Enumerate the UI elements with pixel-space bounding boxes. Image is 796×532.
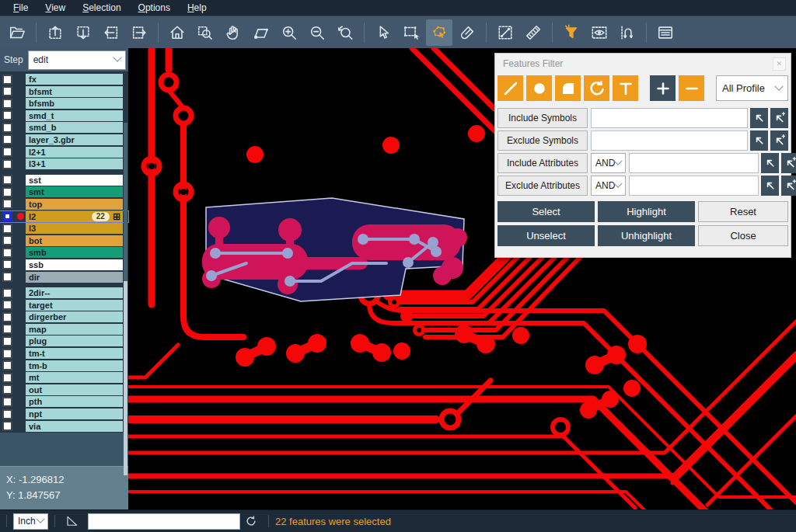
layer-active-indicator[interactable] bbox=[16, 336, 26, 346]
layer-visibility-checkbox[interactable] bbox=[2, 300, 12, 310]
layer-active-indicator[interactable] bbox=[16, 86, 26, 97]
zoom-window-button[interactable] bbox=[192, 19, 218, 46]
layer-visibility-checkbox[interactable] bbox=[2, 99, 12, 109]
filter-line-button[interactable] bbox=[498, 75, 523, 101]
menu-item[interactable]: Selection bbox=[74, 0, 129, 16]
layer-row[interactable]: 2dir-- ⊞ bbox=[0, 287, 128, 298]
layer-visibility-checkbox[interactable] bbox=[2, 134, 12, 144]
layer-visibility-checkbox[interactable] bbox=[2, 75, 12, 85]
layer-row[interactable]: fx ⊞ bbox=[0, 74, 128, 85]
home-view-button[interactable] bbox=[164, 19, 190, 46]
view-options-button[interactable] bbox=[586, 19, 613, 46]
layer-active-indicator[interactable] bbox=[16, 360, 26, 371]
layer-visibility-checkbox[interactable] bbox=[2, 159, 12, 169]
layer-active-indicator[interactable] bbox=[16, 348, 26, 359]
layer-row[interactable]: l3+1 ⊞ bbox=[0, 158, 128, 169]
layer-active-indicator[interactable] bbox=[16, 211, 26, 222]
unit-select[interactable]: Inch bbox=[13, 513, 48, 530]
pick-from-canvas-button[interactable] bbox=[761, 176, 779, 196]
layer-row[interactable]: target ⊞ bbox=[0, 300, 128, 311]
layer-row[interactable]: smb ⊞ bbox=[0, 247, 128, 258]
layer-visibility-checkbox[interactable] bbox=[2, 259, 12, 269]
layer-row[interactable]: l2+1 ⊞ bbox=[0, 147, 128, 158]
reset-button[interactable]: Reset bbox=[698, 201, 788, 222]
snap-mode-button[interactable] bbox=[614, 19, 641, 46]
layer-row[interactable]: map ⊞ bbox=[0, 324, 128, 335]
layer-active-indicator[interactable] bbox=[16, 74, 26, 85]
layer-active-indicator[interactable] bbox=[16, 421, 26, 432]
unselect-button[interactable]: Unselect bbox=[498, 225, 595, 246]
layer-row[interactable]: pth ⊞ bbox=[0, 396, 128, 407]
zoom-area-button[interactable] bbox=[248, 19, 274, 46]
dialog-close-button[interactable]: ✕ bbox=[773, 57, 786, 71]
menu-item[interactable]: File bbox=[5, 0, 37, 16]
layer-row[interactable]: ssb ⊞ bbox=[0, 259, 128, 270]
layer-active-indicator[interactable] bbox=[16, 324, 26, 335]
panels-button[interactable] bbox=[652, 19, 679, 46]
layer-visibility-checkbox[interactable] bbox=[2, 421, 12, 431]
criteria-input[interactable] bbox=[629, 153, 759, 173]
layer-active-indicator[interactable] bbox=[16, 287, 26, 298]
layer-active-indicator[interactable] bbox=[16, 186, 26, 197]
dialog-title-bar[interactable]: Features Filter ✕ bbox=[495, 54, 791, 74]
layer-active-indicator[interactable] bbox=[16, 311, 26, 322]
layer-active-indicator[interactable] bbox=[16, 122, 26, 133]
layer-visibility-checkbox[interactable] bbox=[2, 110, 12, 120]
measure-ruler-button[interactable] bbox=[520, 19, 546, 46]
layer-row[interactable]: plug ⊞ bbox=[0, 336, 128, 346]
zoom-previous-button[interactable] bbox=[332, 19, 358, 46]
layer-active-indicator[interactable] bbox=[16, 235, 26, 246]
shift-view-right-button[interactable] bbox=[126, 19, 152, 46]
pick-from-canvas-button[interactable] bbox=[761, 153, 779, 173]
layer-active-indicator[interactable] bbox=[16, 396, 26, 407]
layer-active-indicator[interactable] bbox=[16, 134, 26, 145]
layer-visibility-checkbox[interactable] bbox=[2, 349, 12, 359]
layer-active-indicator[interactable] bbox=[16, 372, 26, 383]
layer-active-indicator[interactable] bbox=[16, 147, 26, 158]
layer-visibility-checkbox[interactable] bbox=[2, 409, 12, 419]
layer-visibility-checkbox[interactable] bbox=[2, 187, 12, 197]
layer-visibility-checkbox[interactable] bbox=[2, 211, 12, 221]
layer-visibility-checkbox[interactable] bbox=[2, 123, 12, 133]
layer-row[interactable]: smd_b ⊞ bbox=[0, 122, 128, 133]
menu-item[interactable]: View bbox=[37, 0, 74, 16]
criteria-label-button[interactable]: Include Attributes bbox=[498, 153, 588, 173]
layer-visibility-checkbox[interactable] bbox=[2, 224, 12, 234]
close-button[interactable]: Close bbox=[698, 225, 788, 246]
layer-visibility-checkbox[interactable] bbox=[2, 147, 12, 157]
layer-active-indicator[interactable] bbox=[16, 247, 26, 258]
layer-visibility-checkbox[interactable] bbox=[2, 384, 12, 395]
layer-row[interactable]: tm-b ⊞ bbox=[0, 360, 128, 371]
shift-view-left-button[interactable] bbox=[98, 19, 124, 46]
layer-row[interactable]: bfsmt ⊞ bbox=[0, 86, 128, 97]
pick-from-canvas-button[interactable] bbox=[750, 108, 768, 128]
layer-active-indicator[interactable] bbox=[16, 223, 26, 234]
shift-view-down-button[interactable] bbox=[70, 19, 96, 46]
layer-row[interactable]: top ⊞ bbox=[0, 199, 128, 210]
layer-visibility-checkbox[interactable] bbox=[2, 248, 12, 258]
features-filter-button[interactable] bbox=[558, 19, 585, 46]
layer-active-indicator[interactable] bbox=[16, 110, 26, 121]
layer-visibility-checkbox[interactable] bbox=[2, 373, 12, 383]
filter-pad-button[interactable] bbox=[526, 75, 552, 101]
layer-row[interactable]: out ⊞ bbox=[0, 384, 128, 395]
layer-row[interactable]: dir ⊞ bbox=[0, 272, 128, 283]
layer-active-indicator[interactable] bbox=[16, 259, 26, 270]
filter-remove-mode-button[interactable] bbox=[679, 75, 704, 101]
refresh-button[interactable] bbox=[243, 513, 259, 529]
layer-visibility-checkbox[interactable] bbox=[2, 324, 12, 334]
menu-item[interactable]: Options bbox=[130, 0, 179, 16]
criteria-input[interactable] bbox=[591, 108, 748, 128]
menu-item[interactable]: Help bbox=[179, 0, 215, 16]
pick-add-button[interactable] bbox=[781, 176, 796, 196]
layer-active-indicator[interactable] bbox=[16, 199, 26, 210]
layer-active-indicator[interactable] bbox=[16, 98, 26, 109]
snap-angle-button[interactable] bbox=[65, 513, 80, 529]
layer-row[interactable]: via ⊞ bbox=[0, 421, 128, 432]
layer-visibility-checkbox[interactable] bbox=[2, 86, 12, 96]
criteria-label-button[interactable]: Exclude Symbols bbox=[498, 130, 588, 151]
filter-arc-button[interactable] bbox=[584, 75, 609, 101]
profile-select[interactable]: All Profile bbox=[716, 75, 788, 101]
pan-hand-button[interactable] bbox=[220, 19, 246, 46]
zoom-in-button[interactable] bbox=[276, 19, 302, 46]
